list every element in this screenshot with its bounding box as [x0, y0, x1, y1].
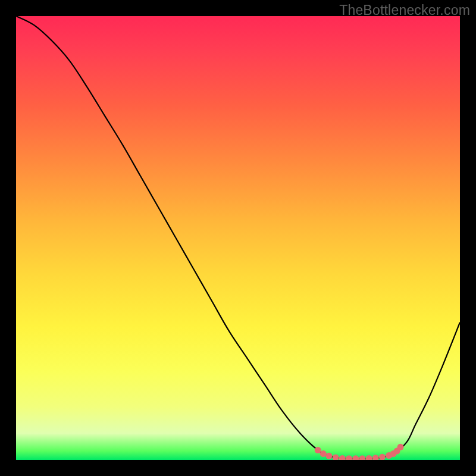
bottleneck-curve	[16, 16, 460, 459]
valley-marker	[359, 455, 365, 460]
valley-marker	[333, 454, 339, 460]
valley-marker	[379, 454, 386, 460]
valley-marker	[320, 450, 327, 457]
chart-svg	[16, 16, 460, 460]
valley-marker	[346, 455, 352, 460]
valley-marker	[372, 455, 379, 460]
valley-marker	[315, 447, 321, 453]
valley-marker	[352, 455, 359, 460]
chart-frame: TheBottlenecker.com	[0, 0, 476, 476]
valley-marker-group	[315, 444, 404, 460]
valley-marker	[366, 455, 372, 460]
watermark-text: TheBottlenecker.com	[339, 2, 470, 18]
plot-area	[16, 16, 460, 460]
valley-marker	[339, 455, 346, 460]
valley-marker	[397, 444, 404, 450]
valley-marker	[325, 453, 332, 459]
